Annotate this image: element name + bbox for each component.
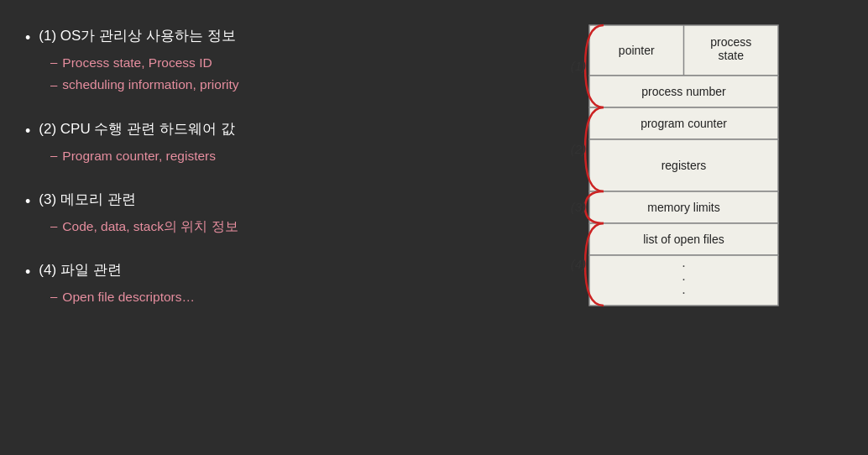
bullet-title-text-2: (2) CPU 수행 관련 하드웨어 값 xyxy=(39,118,234,140)
sub-text-3-1: Code, data, stack의 위치 정보 xyxy=(62,217,238,236)
sub-item-4-1: –Open file descriptors… xyxy=(50,287,436,306)
sub-dash: – xyxy=(50,287,57,306)
cell-process-state-line-1: state xyxy=(718,49,744,62)
cell-4: memory limits xyxy=(647,201,719,214)
sub-text-1-1: Process state, Process ID xyxy=(62,53,212,72)
bullet-title-1: •(1) OS가 관리상 사용하는 정보 xyxy=(25,25,436,50)
cell-pointer: pointer xyxy=(618,44,654,57)
bracket-label-(3): (3) xyxy=(570,200,585,214)
main-container: •(1) OS가 관리상 사용하는 정보–Process state, Proc… xyxy=(0,0,868,455)
sub-items-4: –Open file descriptors… xyxy=(25,287,436,306)
bullet-dot: • xyxy=(25,191,30,213)
sub-text-1-2: scheduling information, priority xyxy=(62,75,238,94)
bullet-title-4: •(4) 파일 관련 xyxy=(25,259,436,284)
bullet-title-text-3: (3) 메모리 관련 xyxy=(39,189,135,211)
bullet-title-2: •(2) CPU 수행 관련 하드웨어 값 xyxy=(25,118,436,143)
bullet-dot: • xyxy=(25,261,30,284)
cell-3: registers xyxy=(661,159,706,172)
bullet-item-1: •(1) OS가 관리상 사용하는 정보–Process state, Proc… xyxy=(25,25,436,95)
sub-item-2-1: –Program counter, registers xyxy=(50,146,436,165)
sub-items-2: –Program counter, registers xyxy=(25,146,436,165)
sub-dash: – xyxy=(50,76,57,95)
pcb-diagram: pointerprocessstateprocess numberprogram… xyxy=(514,21,799,310)
cell-dots-2: · xyxy=(682,285,685,300)
sub-dash: – xyxy=(50,146,57,165)
sub-item-1-2: –scheduling information, priority xyxy=(50,75,436,94)
bracket-label-(1): (1) xyxy=(570,59,585,73)
sub-item-1-1: –Process state, Process ID xyxy=(50,53,436,72)
bullet-item-4: •(4) 파일 관련–Open file descriptors… xyxy=(25,259,436,306)
cell-process-state-line-0: process xyxy=(710,35,751,49)
sub-dash: – xyxy=(50,217,57,236)
cell-2: program counter xyxy=(641,117,727,130)
bullet-dot: • xyxy=(25,27,30,50)
sub-text-4-1: Open file descriptors… xyxy=(62,287,195,306)
sub-items-1: –Process state, Process ID–scheduling in… xyxy=(25,53,436,95)
sub-text-2-1: Program counter, registers xyxy=(62,146,216,165)
bullet-dot: • xyxy=(25,120,30,143)
sub-items-3: –Code, data, stack의 위치 정보 xyxy=(25,217,436,236)
cell-5: list of open files xyxy=(643,233,724,246)
bullet-title-3: •(3) 메모리 관련 xyxy=(25,189,436,213)
bullet-item-3: •(3) 메모리 관련–Code, data, stack의 위치 정보 xyxy=(25,189,436,236)
bullet-item-2: •(2) CPU 수행 관련 하드웨어 값–Program counter, r… xyxy=(25,118,436,165)
sub-dash: – xyxy=(50,53,57,72)
left-panel: •(1) OS가 관리상 사용하는 정보–Process state, Proc… xyxy=(25,17,436,306)
cell-dots-1: · xyxy=(682,272,685,286)
bullet-title-text-1: (1) OS가 관리상 사용하는 정보 xyxy=(39,25,235,47)
right-panel: pointerprocessstateprocess numberprogram… xyxy=(469,17,843,310)
sub-item-3-1: –Code, data, stack의 위치 정보 xyxy=(50,217,436,236)
bullet-title-text-4: (4) 파일 관련 xyxy=(39,259,121,281)
cell-dots-0: · xyxy=(682,259,685,273)
bracket-label-(4): (4) xyxy=(570,257,585,271)
bracket-label-(2): (2) xyxy=(570,142,585,156)
cell-1: process number xyxy=(641,85,726,98)
